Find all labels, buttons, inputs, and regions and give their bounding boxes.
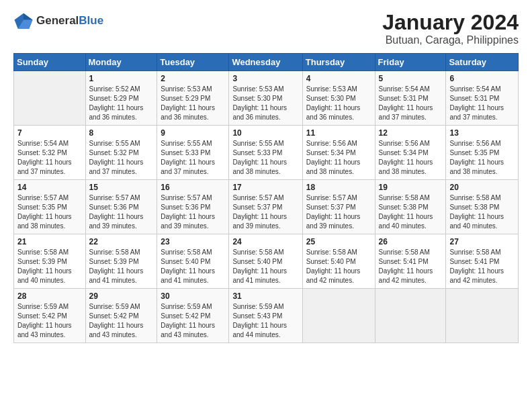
- calendar-table: SundayMondayTuesdayWednesdayThursdayFrid…: [13, 53, 519, 343]
- header-row: SundayMondayTuesdayWednesdayThursdayFrid…: [14, 54, 519, 71]
- day-number: 5: [379, 74, 443, 83]
- day-number: 24: [232, 237, 298, 246]
- day-cell: 9Sunrise: 5:55 AM Sunset: 5:33 PM Daylig…: [157, 126, 229, 180]
- logo: GeneralBlue: [13, 11, 103, 31]
- day-number: 4: [306, 74, 371, 83]
- day-number: 3: [232, 74, 298, 83]
- day-info: Sunrise: 5:56 AM Sunset: 5:34 PM Dayligh…: [306, 139, 371, 177]
- day-cell: 21Sunrise: 5:58 AM Sunset: 5:39 PM Dayli…: [14, 234, 86, 289]
- day-number: 11: [306, 128, 371, 138]
- day-cell: 17Sunrise: 5:57 AM Sunset: 5:37 PM Dayli…: [229, 180, 302, 234]
- header-day-thursday: Thursday: [302, 54, 375, 71]
- day-info: Sunrise: 5:57 AM Sunset: 5:37 PM Dayligh…: [306, 193, 371, 231]
- day-info: Sunrise: 5:59 AM Sunset: 5:42 PM Dayligh…: [17, 302, 82, 340]
- day-cell: 6Sunrise: 5:54 AM Sunset: 5:31 PM Daylig…: [446, 71, 519, 126]
- day-info: Sunrise: 5:53 AM Sunset: 5:29 PM Dayligh…: [161, 85, 225, 122]
- day-info: Sunrise: 5:58 AM Sunset: 5:41 PM Dayligh…: [449, 248, 515, 285]
- day-number: 13: [449, 128, 515, 138]
- week-row-3: 14Sunrise: 5:57 AM Sunset: 5:35 PM Dayli…: [14, 180, 519, 234]
- day-info: Sunrise: 5:57 AM Sunset: 5:37 PM Dayligh…: [232, 193, 298, 231]
- week-row-1: 1Sunrise: 5:52 AM Sunset: 5:29 PM Daylig…: [14, 71, 519, 126]
- day-number: 23: [161, 237, 225, 246]
- day-number: 16: [161, 183, 225, 192]
- day-cell: 13Sunrise: 5:56 AM Sunset: 5:35 PM Dayli…: [446, 126, 519, 180]
- day-info: Sunrise: 5:54 AM Sunset: 5:31 PM Dayligh…: [449, 85, 515, 122]
- day-cell: 19Sunrise: 5:58 AM Sunset: 5:38 PM Dayli…: [375, 180, 446, 234]
- day-number: 10: [232, 128, 298, 138]
- day-number: 1: [89, 74, 154, 83]
- day-info: Sunrise: 5:58 AM Sunset: 5:38 PM Dayligh…: [449, 193, 515, 231]
- week-row-5: 28Sunrise: 5:59 AM Sunset: 5:42 PM Dayli…: [14, 289, 519, 343]
- day-number: 30: [161, 291, 225, 301]
- day-cell: 5Sunrise: 5:54 AM Sunset: 5:31 PM Daylig…: [375, 71, 446, 126]
- day-info: Sunrise: 5:57 AM Sunset: 5:36 PM Dayligh…: [161, 193, 225, 231]
- day-cell: 26Sunrise: 5:58 AM Sunset: 5:41 PM Dayli…: [375, 234, 446, 289]
- day-cell: 22Sunrise: 5:58 AM Sunset: 5:39 PM Dayli…: [85, 234, 157, 289]
- svg-marker-1: [24, 13, 33, 20]
- day-number: 12: [379, 128, 443, 138]
- day-info: Sunrise: 5:53 AM Sunset: 5:30 PM Dayligh…: [306, 85, 371, 122]
- day-number: 22: [89, 237, 154, 246]
- day-info: Sunrise: 5:58 AM Sunset: 5:40 PM Dayligh…: [306, 248, 371, 285]
- day-info: Sunrise: 5:55 AM Sunset: 5:32 PM Dayligh…: [89, 139, 154, 177]
- day-info: Sunrise: 5:53 AM Sunset: 5:30 PM Dayligh…: [232, 85, 298, 122]
- day-number: 20: [449, 183, 515, 192]
- week-row-4: 21Sunrise: 5:58 AM Sunset: 5:39 PM Dayli…: [14, 234, 519, 289]
- day-cell: 24Sunrise: 5:58 AM Sunset: 5:40 PM Dayli…: [229, 234, 302, 289]
- day-number: 27: [449, 237, 515, 246]
- day-number: 29: [89, 291, 154, 301]
- day-cell: 23Sunrise: 5:58 AM Sunset: 5:40 PM Dayli…: [157, 234, 229, 289]
- day-info: Sunrise: 5:56 AM Sunset: 5:35 PM Dayligh…: [449, 139, 515, 177]
- day-cell: 18Sunrise: 5:57 AM Sunset: 5:37 PM Dayli…: [302, 180, 375, 234]
- calendar-header: SundayMondayTuesdayWednesdayThursdayFrid…: [14, 54, 519, 71]
- day-info: Sunrise: 5:56 AM Sunset: 5:34 PM Dayligh…: [379, 139, 443, 177]
- day-number: 8: [89, 128, 154, 138]
- day-cell: 30Sunrise: 5:59 AM Sunset: 5:42 PM Dayli…: [157, 289, 229, 343]
- day-info: Sunrise: 5:54 AM Sunset: 5:31 PM Dayligh…: [379, 85, 443, 122]
- day-number: 31: [232, 291, 298, 301]
- day-info: Sunrise: 5:58 AM Sunset: 5:40 PM Dayligh…: [161, 248, 225, 285]
- day-number: 2: [161, 74, 225, 83]
- day-info: Sunrise: 5:54 AM Sunset: 5:32 PM Dayligh…: [17, 139, 82, 177]
- day-number: 21: [17, 237, 82, 246]
- day-number: 25: [306, 237, 371, 246]
- day-number: 19: [379, 183, 443, 192]
- day-cell: 11Sunrise: 5:56 AM Sunset: 5:34 PM Dayli…: [302, 126, 375, 180]
- day-number: 26: [379, 237, 443, 246]
- logo-text: GeneralBlue: [36, 15, 103, 28]
- header-day-friday: Friday: [375, 54, 446, 71]
- day-cell: [375, 289, 446, 343]
- day-info: Sunrise: 5:59 AM Sunset: 5:42 PM Dayligh…: [161, 302, 225, 340]
- day-cell: 31Sunrise: 5:59 AM Sunset: 5:43 PM Dayli…: [229, 289, 302, 343]
- day-info: Sunrise: 5:58 AM Sunset: 5:39 PM Dayligh…: [89, 248, 154, 285]
- day-cell: 27Sunrise: 5:58 AM Sunset: 5:41 PM Dayli…: [446, 234, 519, 289]
- header-day-monday: Monday: [85, 54, 157, 71]
- day-cell: 10Sunrise: 5:55 AM Sunset: 5:33 PM Dayli…: [229, 126, 302, 180]
- day-cell: 25Sunrise: 5:58 AM Sunset: 5:40 PM Dayli…: [302, 234, 375, 289]
- logo-blue: Blue: [79, 14, 103, 27]
- day-info: Sunrise: 5:58 AM Sunset: 5:41 PM Dayligh…: [379, 248, 443, 285]
- day-cell: 4Sunrise: 5:53 AM Sunset: 5:30 PM Daylig…: [302, 71, 375, 126]
- day-info: Sunrise: 5:57 AM Sunset: 5:35 PM Dayligh…: [17, 193, 82, 231]
- calendar-subtitle: Butuan, Caraga, Philippines: [382, 34, 519, 46]
- day-cell: 20Sunrise: 5:58 AM Sunset: 5:38 PM Dayli…: [446, 180, 519, 234]
- day-number: 18: [306, 183, 371, 192]
- day-info: Sunrise: 5:57 AM Sunset: 5:36 PM Dayligh…: [89, 193, 154, 231]
- title-block: January 2024 Butuan, Caraga, Philippines: [382, 11, 519, 46]
- day-cell: 29Sunrise: 5:59 AM Sunset: 5:42 PM Dayli…: [85, 289, 157, 343]
- day-number: 17: [232, 183, 298, 192]
- day-number: 7: [17, 128, 82, 138]
- day-cell: 15Sunrise: 5:57 AM Sunset: 5:36 PM Dayli…: [85, 180, 157, 234]
- header-day-saturday: Saturday: [446, 54, 519, 71]
- day-cell: 7Sunrise: 5:54 AM Sunset: 5:32 PM Daylig…: [14, 126, 86, 180]
- day-number: 15: [89, 183, 154, 192]
- day-cell: 8Sunrise: 5:55 AM Sunset: 5:32 PM Daylig…: [85, 126, 157, 180]
- day-info: Sunrise: 5:52 AM Sunset: 5:29 PM Dayligh…: [89, 85, 154, 122]
- day-cell: 12Sunrise: 5:56 AM Sunset: 5:34 PM Dayli…: [375, 126, 446, 180]
- week-row-2: 7Sunrise: 5:54 AM Sunset: 5:32 PM Daylig…: [14, 126, 519, 180]
- header-day-sunday: Sunday: [14, 54, 86, 71]
- day-cell: [302, 289, 375, 343]
- header-day-tuesday: Tuesday: [157, 54, 229, 71]
- day-number: 6: [449, 74, 515, 83]
- day-number: 9: [161, 128, 225, 138]
